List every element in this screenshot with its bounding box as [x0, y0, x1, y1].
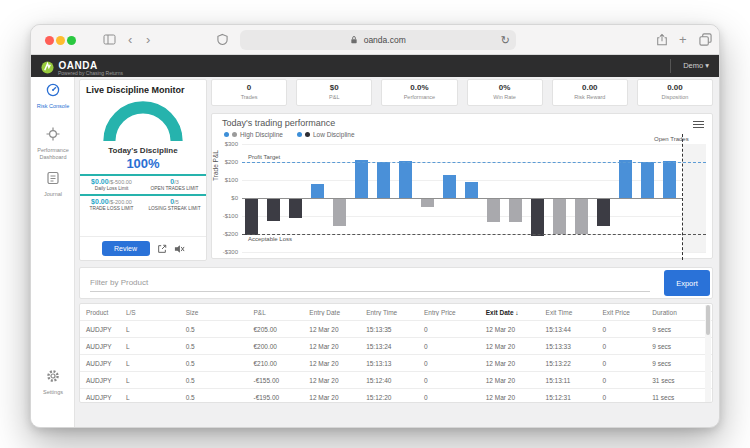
table-cell: 12 Mar 20: [480, 394, 540, 401]
col-header-exit-date[interactable]: Exit Date ↓: [480, 309, 540, 316]
new-tab-icon[interactable]: +: [679, 32, 687, 48]
table-cell: L: [120, 377, 180, 384]
chart-menu-icon[interactable]: [693, 119, 704, 130]
chart-bar[interactable]: [531, 199, 544, 236]
chart-bar[interactable]: [355, 160, 368, 198]
legend-radio-icon: [297, 132, 302, 137]
table-row[interactable]: AUDJPYL0.5-€195.0012 Mar 2015:12:20012 M…: [80, 388, 712, 403]
sidebar-item-performance-dashboard[interactable]: Performance Dashboard: [31, 127, 75, 160]
chart-bar[interactable]: [465, 182, 478, 198]
col-header-duration[interactable]: Duration: [646, 309, 712, 316]
y-tick-label: $100: [212, 177, 238, 183]
table-row[interactable]: AUDJPYL0.5€210.0012 Mar 2015:13:13012 Ma…: [80, 354, 712, 371]
col-header-entry-price[interactable]: Entry Price: [418, 309, 480, 316]
chart-bar[interactable]: [399, 161, 412, 198]
col-header-entry-time[interactable]: Entry Time: [360, 309, 418, 316]
chart-bar[interactable]: [509, 199, 522, 222]
legend-label: High Discipline: [240, 131, 283, 138]
account-menu[interactable]: Demo ▾: [670, 59, 709, 73]
daily-loss-limit: $0.00/$-500.00 Daily Loss Limit: [80, 176, 143, 191]
chart-bar[interactable]: [597, 199, 610, 226]
share-icon[interactable]: [656, 33, 668, 51]
filter-panel: Export: [79, 267, 713, 299]
table-cell: 0: [596, 377, 646, 384]
y-tick-label: $0: [212, 195, 238, 201]
table-cell: 15:13:24: [360, 343, 418, 350]
sidebar-item-settings[interactable]: Settings: [31, 369, 75, 396]
stat-label: Disposition: [638, 94, 712, 100]
table-cell: L: [120, 343, 180, 350]
back-icon[interactable]: ‹: [128, 32, 132, 48]
gear-icon: [46, 369, 60, 386]
privacy-shield-icon[interactable]: [217, 33, 228, 50]
chart-bar[interactable]: [663, 161, 676, 198]
stat-card-p-l: $0P&L: [296, 79, 372, 106]
col-header-exit-time[interactable]: Exit Time: [540, 309, 597, 316]
col-header-entry-date[interactable]: Entry Date: [303, 309, 360, 316]
export-button[interactable]: Export: [664, 270, 710, 296]
chart-bar[interactable]: [487, 199, 500, 222]
sidebar-toggle-icon[interactable]: [103, 33, 116, 49]
losing-streak-limit: 0/5 LOSING STREAK LIMIT: [143, 196, 206, 211]
filter-input[interactable]: [90, 274, 650, 292]
refresh-icon[interactable]: ↻: [501, 30, 510, 50]
chart-bar[interactable]: [311, 184, 324, 198]
y-tick-label: -$100: [212, 213, 238, 219]
chart-bar[interactable]: [575, 199, 588, 234]
acceptable-loss-line: [242, 234, 706, 235]
stats-row: 0Trades$0P&L0.0%Performance0%Win Rate0.0…: [211, 79, 713, 106]
forward-icon[interactable]: ›: [146, 32, 150, 48]
gauge-icon: [46, 83, 60, 100]
sidebar-item-journal[interactable]: Journal: [31, 171, 75, 198]
review-button[interactable]: Review: [102, 241, 150, 256]
discipline-footer: Review: [80, 236, 206, 260]
stat-card-performance: 0.0%Performance: [381, 79, 457, 106]
table-cell: AUDJPY: [80, 377, 120, 384]
chart-bar[interactable]: [553, 199, 566, 234]
legend-item-low-discipline[interactable]: Low Discipline: [297, 131, 355, 138]
discipline-monitor-panel: Live Discipline Monitor Today's Discipli…: [79, 79, 207, 261]
chart-bar[interactable]: [267, 199, 280, 221]
url-text: oanda.com: [364, 35, 406, 45]
col-header-size[interactable]: Size: [180, 309, 248, 316]
chart-bar[interactable]: [619, 160, 632, 198]
stat-value: 0.0%: [382, 83, 456, 92]
legend-marker-icon: [232, 132, 237, 137]
chart-bar[interactable]: [641, 162, 654, 198]
col-header-l-s[interactable]: L/S: [120, 309, 180, 316]
chart-bar[interactable]: [333, 199, 346, 226]
chart-bar[interactable]: [377, 162, 390, 198]
chart-bar[interactable]: [245, 199, 258, 235]
stat-card-trades: 0Trades: [211, 79, 287, 106]
y-tick-label: -$300: [212, 249, 238, 255]
col-header-exit-price[interactable]: Exit Price: [596, 309, 646, 316]
main-area: Live Discipline Monitor Today's Discipli…: [75, 77, 720, 428]
table-cell: 12 Mar 20: [480, 360, 540, 367]
legend-label: Low Discipline: [313, 131, 355, 138]
table-row[interactable]: AUDJPYL0.5€205.0012 Mar 2015:13:35012 Ma…: [80, 320, 712, 337]
tab-overview-icon[interactable]: [699, 33, 712, 50]
zoom-window-button[interactable]: [67, 36, 76, 45]
sidebar-item-risk-console[interactable]: Risk Console: [31, 83, 75, 110]
table-row[interactable]: AUDJPYL0.5€200.0012 Mar 2015:13:24012 Ma…: [80, 337, 712, 354]
sidebar-item-label: Settings: [31, 389, 75, 396]
chart-plot: $300$200$100$0-$100-$200-$300Open Trades…: [242, 144, 706, 252]
minimize-window-button[interactable]: [56, 36, 65, 45]
chart-bar[interactable]: [443, 175, 456, 198]
table-row[interactable]: AUDJPYL0.5-€155.0012 Mar 2015:12:40012 M…: [80, 371, 712, 388]
stat-label: P&L: [297, 94, 371, 100]
col-header-product[interactable]: Product: [80, 309, 120, 316]
mute-icon[interactable]: [174, 240, 185, 258]
stat-label: Win Rate: [468, 94, 542, 100]
close-window-button[interactable]: [45, 36, 54, 45]
stat-label: Performance: [382, 94, 456, 100]
legend-item-high-discipline[interactable]: High Discipline: [224, 131, 283, 138]
chart-bar[interactable]: [421, 199, 434, 207]
col-header-p-l[interactable]: P&L: [247, 309, 303, 316]
address-bar[interactable]: oanda.com ↻: [240, 30, 516, 50]
table-cell: 0.5: [180, 343, 248, 350]
table-cell: 15:13:44: [540, 326, 597, 333]
external-link-icon[interactable]: [157, 240, 167, 258]
table-scrollbar[interactable]: [705, 305, 711, 403]
chart-bar[interactable]: [289, 199, 302, 218]
